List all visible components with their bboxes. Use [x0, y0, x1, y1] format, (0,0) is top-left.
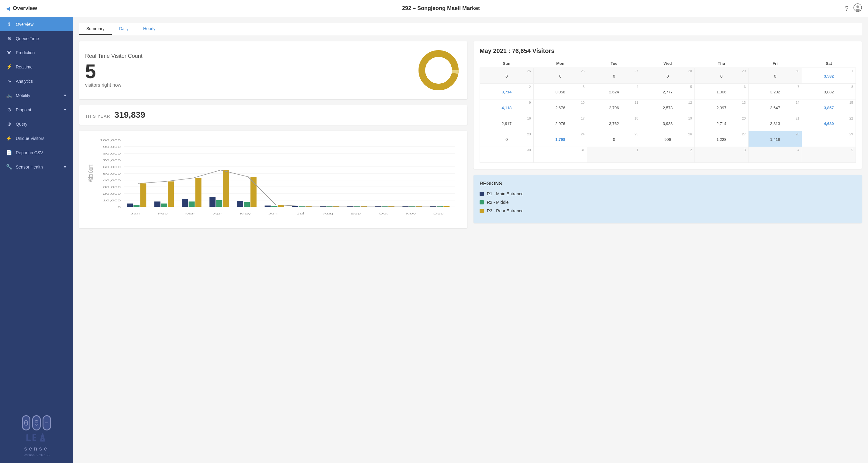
calendar-cell: 61,006 [694, 84, 748, 99]
thisyear-value: 319,839 [115, 110, 145, 120]
sidebar-label-pinpoint: Pinpoint [16, 107, 60, 112]
svg-point-2 [856, 9, 860, 11]
realtime-card: Real Time Visitor Count 5 visitors right… [79, 41, 467, 99]
chart-area: 010,00020,00030,00040,00050,00060,00070,… [85, 137, 461, 222]
svg-text:100,000: 100,000 [100, 139, 121, 142]
region-color-swatch [479, 209, 484, 213]
svg-rect-52 [189, 201, 195, 207]
layout: ℹ Overview ⊕ Queue Time 👁 Prediction ⚡ R… [0, 17, 868, 463]
sidebar-item-analytics[interactable]: ∿ Analytics [0, 74, 73, 88]
calendar-cell: 271,228 [694, 131, 748, 147]
pill-3 [42, 415, 51, 430]
sidebar-icon-unique-visitors: ⚡ [6, 135, 12, 141]
sidebar-item-query[interactable]: ⊕ Query [0, 117, 73, 131]
svg-marker-15 [41, 434, 44, 441]
right-panel: May 2021 : 76,654 Visitors SunMonTueWedT… [473, 41, 862, 228]
svg-rect-89 [443, 206, 450, 207]
svg-text:Jan: Jan [130, 212, 140, 215]
tab-summary[interactable]: Summary [79, 23, 112, 35]
sidebar-item-prediction[interactable]: 👁 Prediction [0, 46, 73, 60]
calendar-header-tue: Tue [587, 59, 641, 68]
calendar-cell: 290 [694, 68, 748, 84]
calendar-cell: 241,798 [533, 131, 587, 147]
calendar-cell: 183,762 [587, 115, 641, 131]
svg-text:80,000: 80,000 [103, 152, 121, 155]
chevron-icon: ▼ [63, 165, 67, 169]
calendar-cell: 270 [587, 68, 641, 84]
header-actions: ? [845, 3, 862, 14]
calendar-cell: 153,857 [802, 99, 856, 115]
svg-rect-57 [223, 170, 229, 207]
calendar-cell: 250 [587, 131, 641, 147]
calendar-cell: 1 [587, 147, 641, 163]
svg-rect-48 [161, 204, 167, 207]
user-icon[interactable] [854, 3, 862, 14]
svg-text:10,000: 10,000 [103, 199, 121, 202]
calendar-header-fri: Fri [748, 59, 802, 68]
sidebar-label-prediction: Prediction [16, 50, 67, 55]
calendar-cell: 73,202 [748, 84, 802, 99]
sidebar-item-report-csv[interactable]: 📄 Report in CSV [0, 145, 73, 160]
header-back[interactable]: ◀ Overview [6, 5, 37, 12]
region-item: R1 - Main Entrance [479, 191, 856, 196]
svg-rect-63 [265, 206, 271, 207]
region-label: R1 - Main Entrance [487, 191, 524, 196]
calendar-cell: 83,882 [802, 84, 856, 99]
sidebar-item-mobility[interactable]: 🚲 Mobility ▼ [0, 88, 73, 103]
svg-text:50,000: 50,000 [103, 172, 121, 175]
svg-text:Dec: Dec [433, 212, 444, 215]
sidebar-logo: sense Version: 2.26.153 [0, 409, 73, 463]
sidebar-icon-pinpoint: ⊙ [6, 107, 12, 113]
regions-card: REGIONS R1 - Main Entrance R2 - Middle R… [473, 175, 862, 223]
region-item: R2 - Middle [479, 200, 856, 205]
svg-text:Sep: Sep [350, 212, 361, 215]
sidebar-item-queue-time[interactable]: ⊕ Queue Time [0, 31, 73, 46]
sidebar-item-unique-visitors[interactable]: ⚡ Unique Visitors [0, 131, 73, 145]
svg-rect-56 [216, 200, 222, 207]
svg-rect-67 [292, 206, 298, 207]
svg-text:May: May [240, 212, 251, 215]
sidebar-icon-query: ⊕ [6, 121, 12, 127]
sidebar-label-mobility: Mobility [16, 93, 60, 98]
sidebar-icon-mobility: 🚲 [6, 92, 12, 98]
sidebar-item-pinpoint[interactable]: ⊙ Pinpoint ▼ [0, 103, 73, 117]
svg-rect-60 [244, 202, 250, 207]
svg-rect-47 [154, 201, 160, 207]
left-panel: Real Time Visitor Count 5 visitors right… [79, 41, 467, 228]
calendar-header-mon: Mon [533, 59, 587, 68]
logo-pills [22, 415, 51, 430]
svg-text:Oct: Oct [379, 212, 388, 215]
regions-title: REGIONS [479, 181, 856, 186]
calendar-cell: 26906 [641, 131, 695, 147]
calendar-cell: 224,680 [802, 115, 856, 131]
sidebar-icon-overview: ℹ [6, 21, 12, 27]
svg-text:Jun: Jun [268, 212, 277, 215]
svg-rect-49 [168, 181, 174, 207]
svg-text:Apr: Apr [213, 212, 222, 215]
sidebar: ℹ Overview ⊕ Queue Time 👁 Prediction ⚡ R… [0, 17, 73, 463]
calendar-cell: 281,418 [748, 131, 802, 147]
bar-chart-card: 010,00020,00030,00040,00050,00060,00070,… [79, 131, 467, 228]
svg-rect-64 [271, 206, 277, 207]
sidebar-icon-report-csv: 📄 [6, 150, 12, 155]
svg-rect-45 [140, 183, 146, 207]
region-color-swatch [479, 200, 484, 204]
tab-daily[interactable]: Daily [112, 23, 136, 35]
sidebar-item-realtime[interactable]: ⚡ Realtime [0, 60, 73, 74]
sidebar-icon-prediction: 👁 [6, 50, 12, 55]
realtime-count: 5 [85, 62, 143, 81]
sidebar-item-overview[interactable]: ℹ Overview [0, 17, 73, 31]
svg-point-19 [425, 57, 452, 84]
tab-hourly[interactable]: Hourly [136, 23, 163, 35]
tabs-container: SummaryDailyHourly [79, 23, 862, 35]
sidebar-label-analytics: Analytics [16, 79, 67, 84]
calendar-card: May 2021 : 76,654 Visitors SunMonTueWedT… [473, 41, 862, 169]
realtime-label: Real Time Visitor Count [85, 53, 143, 59]
sidebar-item-sensor-health[interactable]: 🔧 Sensor Health ▼ [0, 160, 73, 174]
svg-text:30,000: 30,000 [103, 185, 121, 189]
pill-1 [22, 415, 30, 430]
svg-text:60,000: 60,000 [103, 166, 121, 169]
calendar-cell: 143,647 [748, 99, 802, 115]
calendar-cell: 3 [694, 147, 748, 163]
help-icon[interactable]: ? [845, 5, 848, 12]
